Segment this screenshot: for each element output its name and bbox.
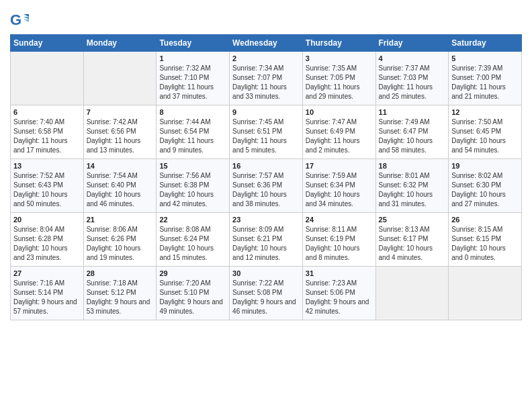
day-detail: Sunrise: 7:40 AMSunset: 6:58 PMDaylight:… (13, 118, 81, 155)
day-detail: Sunrise: 7:54 AMSunset: 6:40 PMDaylight:… (87, 171, 154, 209)
week-row-3: 13Sunrise: 7:52 AMSunset: 6:43 PMDayligh… (11, 159, 522, 213)
calendar-table: SundayMondayTuesdayWednesdayThursdayFrid… (10, 34, 522, 320)
day-number: 30 (232, 269, 300, 277)
day-detail: Sunrise: 7:34 AMSunset: 7:07 PMDaylight:… (232, 64, 300, 101)
day-detail: Sunrise: 7:22 AMSunset: 5:08 PMDaylight:… (232, 279, 300, 316)
day-number: 18 (379, 162, 446, 170)
day-cell: 9Sunrise: 7:45 AMSunset: 6:51 PMDaylight… (230, 105, 303, 159)
page-header: G (10, 7, 522, 29)
day-number: 4 (379, 54, 446, 62)
svg-marker-3 (24, 19, 29, 22)
svg-text:G: G (10, 11, 21, 28)
day-detail: Sunrise: 8:06 AMSunset: 6:26 PMDaylight:… (87, 225, 154, 263)
day-cell (375, 267, 449, 320)
day-detail: Sunrise: 7:56 AMSunset: 6:38 PMDaylight:… (159, 171, 226, 209)
day-detail: Sunrise: 7:47 AMSunset: 6:49 PMDaylight:… (306, 118, 373, 155)
day-cell: 16Sunrise: 7:57 AMSunset: 6:36 PMDayligh… (230, 159, 303, 213)
day-cell: 25Sunrise: 8:13 AMSunset: 6:17 PMDayligh… (375, 213, 449, 267)
day-cell (83, 52, 157, 105)
day-cell: 4Sunrise: 7:37 AMSunset: 7:03 PMDaylight… (375, 52, 449, 105)
day-detail: Sunrise: 8:09 AMSunset: 6:21 PMDaylight:… (232, 225, 300, 263)
day-number: 10 (306, 108, 373, 116)
day-number: 3 (306, 54, 373, 62)
header-monday: Monday (83, 35, 157, 52)
header-wednesday: Wednesday (230, 35, 303, 52)
week-row-1: 1Sunrise: 7:32 AMSunset: 7:10 PMDaylight… (11, 52, 522, 105)
day-number: 16 (232, 162, 300, 170)
day-cell: 10Sunrise: 7:47 AMSunset: 6:49 PMDayligh… (302, 105, 375, 159)
header-friday: Friday (375, 35, 449, 52)
day-detail: Sunrise: 7:32 AMSunset: 7:10 PMDaylight:… (159, 64, 226, 101)
day-detail: Sunrise: 8:15 AMSunset: 6:15 PMDaylight:… (451, 225, 519, 263)
day-number: 14 (87, 162, 154, 170)
header-saturday: Saturday (449, 35, 522, 52)
day-detail: Sunrise: 7:37 AMSunset: 7:03 PMDaylight:… (379, 64, 446, 101)
day-detail: Sunrise: 7:52 AMSunset: 6:43 PMDaylight:… (13, 171, 81, 209)
day-cell: 22Sunrise: 8:08 AMSunset: 6:24 PMDayligh… (157, 213, 230, 267)
day-cell: 19Sunrise: 8:02 AMSunset: 6:30 PMDayligh… (449, 159, 522, 213)
logo: G (10, 10, 30, 29)
day-detail: Sunrise: 8:08 AMSunset: 6:24 PMDaylight:… (159, 225, 226, 263)
day-number: 28 (87, 269, 154, 277)
day-detail: Sunrise: 7:49 AMSunset: 6:47 PMDaylight:… (379, 118, 446, 155)
day-detail: Sunrise: 7:20 AMSunset: 5:10 PMDaylight:… (159, 279, 226, 316)
day-cell: 17Sunrise: 7:59 AMSunset: 6:34 PMDayligh… (302, 159, 375, 213)
day-detail: Sunrise: 7:18 AMSunset: 5:12 PMDaylight:… (87, 279, 154, 316)
day-cell: 26Sunrise: 8:15 AMSunset: 6:15 PMDayligh… (449, 213, 522, 267)
day-cell: 5Sunrise: 7:39 AMSunset: 7:00 PMDaylight… (449, 52, 522, 105)
day-number: 2 (232, 54, 300, 62)
week-row-2: 6Sunrise: 7:40 AMSunset: 6:58 PMDaylight… (11, 105, 522, 159)
day-number: 21 (87, 216, 154, 224)
day-cell: 24Sunrise: 8:11 AMSunset: 6:19 PMDayligh… (302, 213, 375, 267)
day-number: 7 (87, 108, 154, 116)
day-number: 6 (13, 108, 81, 116)
day-number: 29 (159, 269, 226, 277)
day-detail: Sunrise: 7:44 AMSunset: 6:54 PMDaylight:… (159, 118, 226, 155)
day-number: 19 (451, 162, 519, 170)
logo-icon: G (10, 10, 29, 29)
day-cell: 21Sunrise: 8:06 AMSunset: 6:26 PMDayligh… (83, 213, 157, 267)
day-number: 26 (451, 216, 519, 224)
day-cell: 18Sunrise: 8:01 AMSunset: 6:32 PMDayligh… (375, 159, 449, 213)
day-number: 15 (159, 162, 226, 170)
day-cell: 30Sunrise: 7:22 AMSunset: 5:08 PMDayligh… (230, 267, 303, 320)
day-cell: 1Sunrise: 7:32 AMSunset: 7:10 PMDaylight… (157, 52, 230, 105)
day-detail: Sunrise: 8:01 AMSunset: 6:32 PMDaylight:… (379, 171, 446, 209)
day-cell: 28Sunrise: 7:18 AMSunset: 5:12 PMDayligh… (83, 267, 157, 320)
day-cell: 7Sunrise: 7:42 AMSunset: 6:56 PMDaylight… (83, 105, 157, 159)
day-cell: 8Sunrise: 7:44 AMSunset: 6:54 PMDaylight… (157, 105, 230, 159)
svg-marker-1 (24, 14, 29, 17)
week-row-4: 20Sunrise: 8:04 AMSunset: 6:28 PMDayligh… (11, 213, 522, 267)
day-detail: Sunrise: 8:13 AMSunset: 6:17 PMDaylight:… (379, 225, 446, 263)
day-cell: 11Sunrise: 7:49 AMSunset: 6:47 PMDayligh… (375, 105, 449, 159)
day-cell: 13Sunrise: 7:52 AMSunset: 6:43 PMDayligh… (11, 159, 84, 213)
day-cell: 29Sunrise: 7:20 AMSunset: 5:10 PMDayligh… (157, 267, 230, 320)
day-cell (449, 267, 522, 320)
day-number: 25 (379, 216, 446, 224)
day-number: 5 (451, 54, 519, 62)
day-number: 1 (159, 54, 226, 62)
day-detail: Sunrise: 7:39 AMSunset: 7:00 PMDaylight:… (451, 64, 519, 101)
day-cell: 15Sunrise: 7:56 AMSunset: 6:38 PMDayligh… (157, 159, 230, 213)
day-cell: 23Sunrise: 8:09 AMSunset: 6:21 PMDayligh… (230, 213, 303, 267)
day-cell: 12Sunrise: 7:50 AMSunset: 6:45 PMDayligh… (449, 105, 522, 159)
day-number: 11 (379, 108, 446, 116)
day-detail: Sunrise: 7:50 AMSunset: 6:45 PMDaylight:… (451, 118, 519, 155)
day-number: 12 (451, 108, 519, 116)
day-number: 24 (306, 216, 373, 224)
calendar-header-row: SundayMondayTuesdayWednesdayThursdayFrid… (11, 35, 522, 52)
day-detail: Sunrise: 7:23 AMSunset: 5:06 PMDaylight:… (306, 279, 373, 316)
header-sunday: Sunday (11, 35, 84, 52)
day-detail: Sunrise: 7:45 AMSunset: 6:51 PMDaylight:… (232, 118, 300, 155)
day-cell: 27Sunrise: 7:16 AMSunset: 5:14 PMDayligh… (11, 267, 84, 320)
day-detail: Sunrise: 7:42 AMSunset: 6:56 PMDaylight:… (87, 118, 154, 155)
header-thursday: Thursday (302, 35, 375, 52)
day-number: 17 (306, 162, 373, 170)
day-number: 9 (232, 108, 300, 116)
day-detail: Sunrise: 7:57 AMSunset: 6:36 PMDaylight:… (232, 171, 300, 209)
day-number: 23 (232, 216, 300, 224)
day-number: 13 (13, 162, 81, 170)
day-number: 22 (159, 216, 226, 224)
day-cell: 2Sunrise: 7:34 AMSunset: 7:07 PMDaylight… (230, 52, 303, 105)
day-detail: Sunrise: 8:11 AMSunset: 6:19 PMDaylight:… (306, 225, 373, 263)
